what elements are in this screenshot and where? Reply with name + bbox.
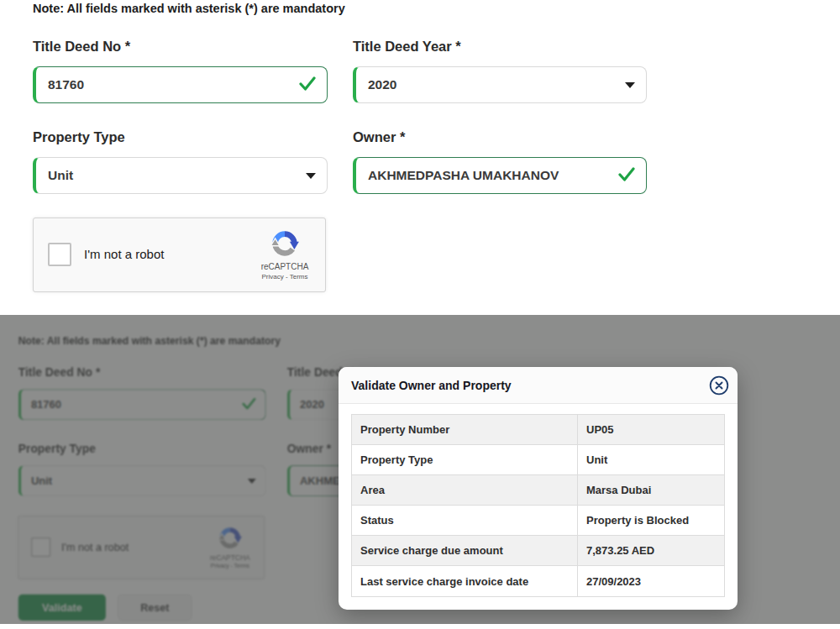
chevron-down-icon [625,82,635,88]
modal-title: Validate Owner and Property [351,379,512,392]
table-row: Last service charge invoice date 27/09/2… [352,566,724,596]
page-bottom [0,624,840,629]
modal-header: Validate Owner and Property [339,367,738,404]
property-type-label: Property Type [33,129,125,145]
title-deed-no-label: Title Deed No * [33,39,130,55]
dimmed-background: Note: All fields marked with asterisk (*… [0,315,840,624]
table-row: Property Number UP05 [352,415,724,445]
recaptcha-icon [269,228,301,260]
recaptcha-checkbox[interactable] [48,243,71,266]
valid-check-icon [618,167,635,185]
table-row: Service charge due amount 7,873.25 AED [352,536,724,566]
table-row: Status Property is Blocked [352,506,724,536]
property-details-table: Property Number UP05 Property Type Unit … [351,414,725,597]
recaptcha-privacy-terms[interactable]: Privacy - Terms [262,273,308,280]
owner-label: Owner * [353,129,405,145]
recaptcha-widget: I'm not a robot reCAPTCHA Privacy - Term… [33,218,326,292]
property-type-select[interactable]: Unit [33,157,328,194]
table-row: Property Type Unit [352,445,724,475]
mandatory-note: Note: All fields marked with asterisk (*… [33,2,345,15]
title-deed-year-select[interactable]: 2020 [353,66,647,103]
close-icon[interactable] [709,375,729,396]
chevron-down-icon [306,173,316,179]
valid-check-icon [299,76,316,94]
validation-form: Note: All fields marked with asterisk (*… [0,0,840,353]
recaptcha-brand: reCAPTCHA [261,262,309,271]
table-row: Area Marsa Dubai [352,475,724,506]
validate-owner-property-modal: Validate Owner and Property Property Num… [339,367,738,610]
recaptcha-label: I'm not a robot [84,247,164,261]
owner-input[interactable]: AKHMEDPASHA UMAKHANOV [353,157,647,194]
title-deed-no-input[interactable]: 81760 [33,66,328,103]
title-deed-year-label: Title Deed Year * [353,39,461,55]
